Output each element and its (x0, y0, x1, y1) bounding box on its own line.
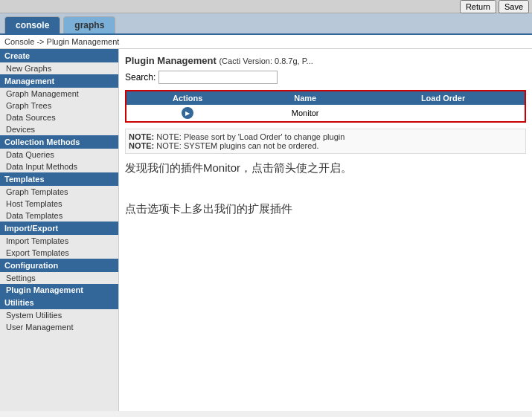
return-button[interactable]: Return (460, 0, 496, 13)
sidebar-item-devices[interactable]: Devices (0, 123, 118, 135)
cell-action (126, 105, 249, 122)
sidebar-item-plugin-management[interactable]: Plugin Management (0, 284, 118, 296)
search-label: Search: (125, 72, 156, 83)
sidebar-item-user-management[interactable]: User Management (0, 321, 118, 333)
notes-area: NOTE: NOTE: Please sort by 'Load Order' … (125, 129, 526, 154)
search-row: Search: (125, 71, 526, 84)
sidebar-item-import-templates[interactable]: Import Templates (0, 235, 118, 247)
top-bar: Return Save (0, 0, 532, 13)
sidebar-section-collection: Collection Methods (0, 135, 118, 149)
col-name: Name (249, 91, 362, 105)
tab-console[interactable]: console (4, 16, 60, 33)
search-input[interactable] (158, 71, 278, 84)
sidebar: Create New Graphs Management Graph Manag… (0, 49, 119, 411)
play-icon[interactable] (182, 107, 193, 119)
sidebar-item-system-utilities[interactable]: System Utilities (0, 309, 118, 321)
note-2: NOTE: NOTE: SYSTEM plugins can not be or… (129, 141, 522, 150)
sidebar-section-templates: Templates (0, 172, 118, 186)
tab-graphs[interactable]: graphs (63, 16, 115, 33)
tab-area: console graphs (0, 13, 532, 35)
cell-name: Monitor (249, 105, 362, 122)
col-load-order: Load Order (362, 91, 525, 105)
sidebar-item-export-templates[interactable]: Export Templates (0, 247, 118, 259)
sidebar-item-data-queries[interactable]: Data Queries (0, 149, 118, 161)
sidebar-item-graph-management[interactable]: Graph Management (0, 88, 118, 100)
sidebar-item-new-graphs[interactable]: New Graphs (0, 62, 118, 74)
content-area: Plugin Management (Cacti Version: 0.8.7g… (119, 49, 532, 411)
sidebar-section-create: Create (0, 49, 118, 62)
sidebar-item-settings[interactable]: Settings (0, 272, 118, 284)
annotation-1: 发现我们的插件Monitor，点击箭头使之开启。 (125, 161, 526, 175)
breadcrumb: Console -> Plugin Management (0, 35, 532, 49)
page-title: Plugin Management (Cacti Version: 0.8.7g… (125, 55, 526, 66)
main-layout: Create New Graphs Management Graph Manag… (0, 49, 532, 411)
sidebar-item-data-templates[interactable]: Data Templates (0, 210, 118, 222)
sidebar-section-utilities: Utilities (0, 296, 118, 309)
sidebar-item-host-templates[interactable]: Host Templates (0, 198, 118, 210)
sidebar-section-configuration: Configuration (0, 259, 118, 272)
plugin-table: Actions Name Load Order Monitor (125, 90, 526, 123)
cell-load-order (362, 105, 525, 122)
sidebar-item-graph-trees[interactable]: Graph Trees (0, 100, 118, 111)
sidebar-item-graph-templates[interactable]: Graph Templates (0, 186, 118, 198)
col-actions: Actions (126, 91, 249, 105)
save-button[interactable]: Save (499, 0, 529, 13)
sidebar-section-importexport: Import/Export (0, 222, 118, 235)
note-1: NOTE: NOTE: Please sort by 'Load Order' … (129, 132, 522, 141)
annotation-2: 点击选项卡上多出我们的扩展插件 (125, 202, 526, 216)
sidebar-item-data-sources[interactable]: Data Sources (0, 111, 118, 123)
sidebar-section-management: Management (0, 74, 118, 88)
sidebar-item-data-input-methods[interactable]: Data Input Methods (0, 161, 118, 172)
table-row: Monitor (126, 105, 525, 122)
